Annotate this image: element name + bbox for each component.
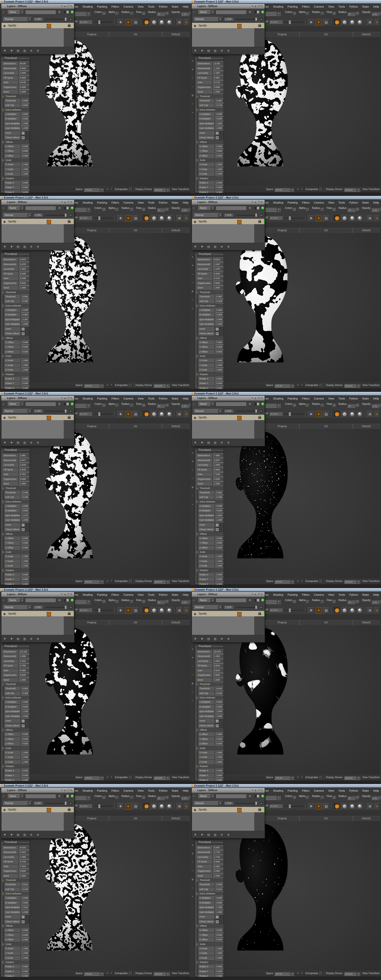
tool-icon-9[interactable]: ▣ [190,878,195,881]
alpha-checkbox[interactable]: ✔ [116,12,119,15]
radius-link-checkbox[interactable] [166,404,169,407]
paint-target-button[interactable]: ⊠ [176,607,183,614]
param-value-field[interactable]: 0.000 [215,345,224,349]
menu-item-view[interactable]: View [328,199,334,206]
param-value-field[interactable]: 0.833 [213,663,224,668]
layer-opacity-field[interactable]: 1.000 [33,409,43,413]
param-value-field[interactable]: 0.178 [215,103,224,108]
layer-opacity-field[interactable]: 1.000 [224,801,234,805]
menu-item-camera[interactable]: Camera [314,199,324,206]
param-value-field[interactable]: 0.000 [215,181,224,185]
param-value-field[interactable]: 1.000 [215,755,224,759]
fov-slider-track[interactable] [94,806,113,807]
menu-item-tools[interactable]: Tools [338,199,345,206]
opacity-slider-track[interactable] [46,215,66,216]
quick-blend-button[interactable]: ▶ [69,409,73,413]
param-group-header[interactable]: Extra Attributes [2,892,30,896]
opacity-slider-track[interactable] [236,411,256,412]
lighting-shadow-button[interactable] [349,19,356,25]
menu-item-painting[interactable]: Painting [287,199,298,206]
param-checkbox[interactable] [215,523,219,527]
menu-item-shading[interactable]: Shading [273,3,283,10]
param-checkbox[interactable]: ✔ [21,920,25,924]
fov-value-field[interactable]: 60.000 [269,608,283,612]
tool-icon-8[interactable]: ○ [190,869,195,872]
add-adjustment-icon[interactable]: ✚ [198,831,205,838]
param-value-field[interactable]: 0.000 [21,577,30,581]
lighting-shadow-button[interactable] [159,19,165,25]
display-device-dropdown[interactable]: default▾ [344,776,360,780]
tab-orthos[interactable]: Ortho/S [162,228,189,233]
lighting-basic-button[interactable] [341,607,348,614]
menu-item-python[interactable]: Python [159,788,167,794]
param-value-field[interactable]: 1.000 [21,947,30,951]
param-value-field[interactable]: 0.500 [21,99,30,103]
param-value-field[interactable]: 50.00 [19,62,30,66]
filter-toggle[interactable] [254,599,260,601]
tool-icon-7[interactable]: ◐ [190,77,195,79]
menu-item-painting[interactable]: Painting [287,3,298,10]
param-value-field[interactable]: 0.500 [215,112,224,116]
radius-link-checkbox[interactable] [166,208,169,211]
param-value-field[interactable]: 2.058 [215,317,224,322]
search-field-dropdown[interactable]: Name▾ [8,206,24,210]
opacity-slider-track[interactable] [46,19,66,19]
tool-icon-10[interactable]: ▽ [190,299,195,301]
duplicate-layer-icon[interactable]: ▥ [212,47,218,54]
add-group-icon[interactable]: ▤ [205,831,212,838]
param-value-field[interactable]: 6.381 [213,864,224,869]
display-device-dropdown[interactable]: default▾ [344,384,360,388]
fov-value-field[interactable]: 60.000 [269,804,283,808]
param-value-field[interactable]: 1.000 [19,678,30,682]
duplicate-layer-icon[interactable]: ▥ [21,439,28,446]
param-checkbox[interactable]: ✔ [21,528,25,531]
param-group-header[interactable]: Threshold [196,878,224,882]
canvas-viewport[interactable] [220,625,380,775]
menu-item-camera[interactable]: Camera [124,592,133,598]
tool-icon-10[interactable]: ▽ [190,691,195,693]
tool-icon-6[interactable]: ■ [190,264,195,267]
param-value-field[interactable]: 1.000 [215,121,224,126]
param-value-field[interactable]: 0.000 [21,773,30,778]
menu-item-tools[interactable]: Tools [148,3,155,10]
layer-opacity-field[interactable]: 1.000 [33,213,43,217]
param-checkbox[interactable]: ✔ [215,528,219,531]
tool-icon-8[interactable]: ○ [190,477,195,480]
tool-icon-8[interactable]: ○ [190,85,195,88]
param-value-field[interactable]: 5.000 [19,66,30,71]
param-value-field[interactable]: 6.268 [19,276,30,281]
lighting-shadow-button[interactable] [159,215,165,221]
param-group-header[interactable]: Extra Attributes [2,108,30,112]
menu-item-tools[interactable]: Tools [338,3,345,10]
layer-opacity-field[interactable]: 1.000 [33,605,43,609]
opacity-slider-handle[interactable] [255,605,257,609]
fov-slider-handle[interactable] [98,804,101,808]
param-value-field[interactable]: 0.000 [215,964,224,969]
param-value-field[interactable]: 5.075 [19,262,30,267]
param-value-field[interactable]: 0.551 [21,294,30,299]
lighting-shadow-button[interactable] [349,215,356,221]
add-group-icon[interactable]: ▤ [15,831,21,838]
radius-value-field[interactable]: 30 [157,208,165,212]
remove-layer-icon[interactable]: ⊗ [35,47,41,54]
filter-toggle[interactable] [254,795,260,797]
window-titlebar[interactable]: Example Project 2.1(2)* - Mari 2.5v1 [190,196,381,199]
select-faces-button[interactable]: ▤ [133,607,139,614]
paint-target-button[interactable]: ⊠ [367,19,373,25]
add-layer-icon[interactable]: ❖ [2,243,8,250]
display-device-dropdown[interactable]: default▾ [153,188,170,192]
radius-value-field[interactable]: 30 [347,404,356,408]
param-value-field[interactable]: 1.000 [21,956,30,960]
paint-target-button[interactable]: ⊠ [367,215,373,221]
param-value-field[interactable]: 1.000 [21,951,30,955]
param-value-field[interactable]: 0.500 [213,85,224,89]
radius-link-checkbox[interactable] [356,404,359,407]
menu-item-painting[interactable]: Painting [287,788,298,794]
param-value-field[interactable]: 5.627 [213,458,224,463]
paint-target-button[interactable]: ⊠ [176,803,183,810]
merge-layers-icon[interactable]: ⊕ [28,47,35,54]
layers-panel-titlebar[interactable]: Layers - Diffuse↷▲❐✕ [1,396,74,401]
flow-checkbox[interactable] [142,404,146,407]
tab-projects[interactable]: Projects [265,228,300,233]
menu-item-painting[interactable]: Painting [97,3,107,10]
